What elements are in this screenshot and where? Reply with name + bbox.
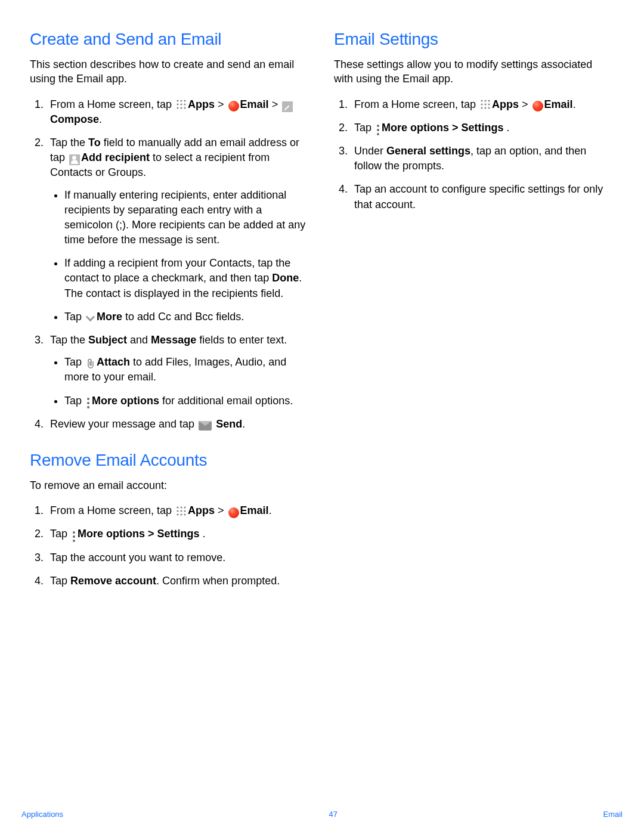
svg-point-6 bbox=[177, 107, 178, 109]
intro-settings: These settings allow you to modify setti… bbox=[334, 57, 614, 86]
email-icon bbox=[228, 507, 239, 518]
step-4: Review your message and tap Send. bbox=[47, 417, 310, 432]
svg-point-19 bbox=[484, 100, 486, 101]
email-icon bbox=[532, 101, 543, 112]
svg-point-1 bbox=[180, 100, 182, 101]
left-column: Create and Send an Email This section de… bbox=[30, 30, 310, 608]
svg-point-15 bbox=[177, 513, 178, 515]
bullet: If manually entering recipients, enter a… bbox=[64, 188, 310, 248]
more-options-icon bbox=[86, 397, 91, 409]
step-3: Under General settings, tap an option, a… bbox=[351, 144, 614, 174]
footer-page-number: 47 bbox=[329, 810, 338, 819]
steps-create-send: From a Home screen, tap Apps > Email > C… bbox=[30, 97, 310, 432]
step-3: Tap the Subject and Message fields to en… bbox=[47, 333, 310, 408]
svg-point-21 bbox=[481, 103, 482, 105]
intro-create-send: This section describes how to create and… bbox=[30, 57, 310, 86]
heading-create-send: Create and Send an Email bbox=[30, 30, 310, 49]
compose-icon bbox=[282, 101, 293, 112]
bullet: Tap More options for additional email op… bbox=[64, 394, 310, 408]
svg-point-5 bbox=[184, 103, 185, 105]
svg-point-22 bbox=[484, 103, 486, 105]
step-1: From a Home screen, tap Apps > Email > C… bbox=[47, 97, 310, 127]
steps-remove: From a Home screen, tap Apps > Email. Ta… bbox=[30, 503, 310, 589]
bullet: Tap More to add Cc and Bcc fields. bbox=[64, 309, 310, 324]
step-4: Tap Remove account. Confirm when prompte… bbox=[47, 574, 310, 589]
send-icon bbox=[199, 421, 212, 431]
step-2: Tap More options > Settings . bbox=[351, 120, 614, 135]
svg-point-4 bbox=[180, 103, 182, 105]
svg-point-9 bbox=[177, 506, 178, 508]
svg-point-23 bbox=[488, 103, 490, 105]
email-icon bbox=[228, 101, 239, 112]
apps-icon bbox=[480, 99, 491, 110]
right-column: Email Settings These settings allow you … bbox=[334, 30, 614, 608]
svg-point-12 bbox=[177, 510, 178, 512]
heading-settings: Email Settings bbox=[334, 30, 614, 49]
svg-point-0 bbox=[177, 100, 178, 101]
steps-settings: From a Home screen, tap Apps > Email. Ta… bbox=[334, 97, 614, 212]
person-icon bbox=[69, 154, 80, 165]
step-4: Tap an account to configure specific set… bbox=[351, 182, 614, 212]
step-2: Tap the To field to manually add an emai… bbox=[47, 135, 310, 324]
bullet: If adding a recipient from your Contacts… bbox=[64, 256, 310, 301]
step-2-bullets: If manually entering recipients, enter a… bbox=[50, 188, 310, 325]
svg-point-17 bbox=[184, 513, 185, 515]
section-email-settings: Email Settings These settings allow you … bbox=[334, 30, 614, 212]
footer-right: Email bbox=[603, 810, 623, 819]
svg-point-16 bbox=[180, 513, 182, 515]
attach-icon bbox=[86, 358, 95, 369]
step-3: Tap the account you want to remove. bbox=[47, 550, 310, 565]
step-3-bullets: Tap Attach to add Files, Images, Audio, … bbox=[50, 355, 310, 408]
svg-point-11 bbox=[184, 506, 185, 508]
svg-point-7 bbox=[180, 107, 182, 109]
chevron-down-icon bbox=[86, 314, 95, 321]
svg-point-3 bbox=[177, 103, 178, 105]
step-2: Tap More options > Settings . bbox=[47, 527, 310, 541]
page-footer: Applications 47 Email bbox=[0, 810, 644, 819]
step-1: From a Home screen, tap Apps > Email. bbox=[351, 97, 614, 112]
svg-point-8 bbox=[184, 107, 185, 109]
svg-point-25 bbox=[484, 107, 486, 109]
heading-remove: Remove Email Accounts bbox=[30, 451, 310, 470]
bullet: Tap Attach to add Files, Images, Audio, … bbox=[64, 355, 310, 385]
more-options-icon bbox=[376, 124, 380, 136]
svg-point-24 bbox=[481, 107, 482, 109]
svg-point-26 bbox=[488, 107, 490, 109]
section-remove-accounts: Remove Email Accounts To remove an email… bbox=[30, 451, 310, 589]
svg-point-20 bbox=[488, 100, 490, 101]
svg-point-14 bbox=[184, 510, 185, 512]
svg-point-13 bbox=[180, 510, 182, 512]
apps-icon bbox=[176, 506, 187, 516]
intro-remove: To remove an email account: bbox=[30, 478, 310, 493]
svg-point-2 bbox=[184, 100, 185, 101]
svg-point-10 bbox=[180, 506, 182, 508]
svg-point-18 bbox=[481, 100, 482, 101]
footer-left: Applications bbox=[21, 810, 63, 819]
page-content: Create and Send an Email This section de… bbox=[0, 0, 644, 608]
step-1: From a Home screen, tap Apps > Email. bbox=[47, 503, 310, 518]
apps-icon bbox=[176, 99, 187, 110]
section-create-send: Create and Send an Email This section de… bbox=[30, 30, 310, 432]
more-options-icon bbox=[72, 531, 76, 543]
